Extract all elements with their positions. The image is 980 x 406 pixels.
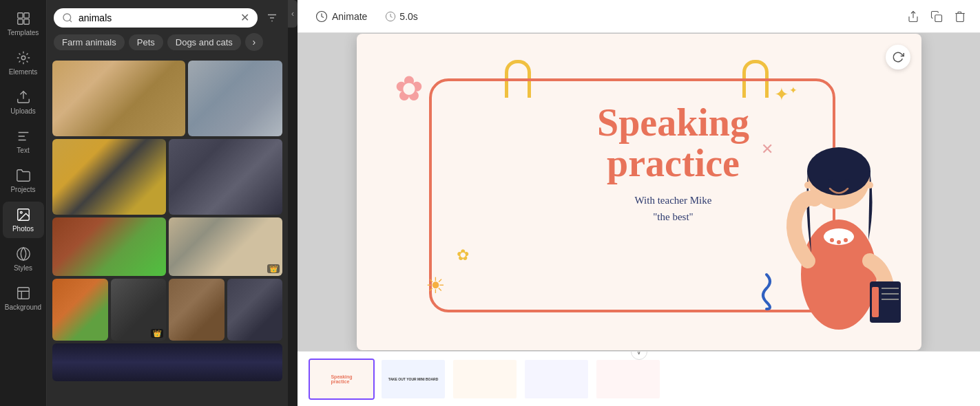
- photo-item-texture1[interactable]: 👑: [111, 279, 167, 341]
- deco-sun: ☀: [426, 273, 446, 299]
- photo-grid: 👑 👑: [47, 58, 288, 406]
- photo-item-leopard[interactable]: [52, 139, 166, 215]
- slide-canvas[interactable]: ✿ ✦✦ ✕ Speaking practice With teacher Mi…: [357, 34, 921, 350]
- filmstrip-slide-5-inner: [596, 360, 660, 398]
- pill-more-button[interactable]: ›: [245, 33, 263, 51]
- slide-subtitle: With teacher Mike "the best": [635, 192, 712, 225]
- sidebar-item-styles[interactable]: Styles: [3, 241, 44, 277]
- svg-point-22: [830, 238, 834, 242]
- photo-item-elephants[interactable]: [188, 61, 283, 136]
- deco-clover: ✿: [457, 246, 469, 264]
- filmstrip-slide-1-inner: Speakingpractice: [310, 360, 373, 398]
- svg-point-7: [20, 211, 22, 213]
- svg-rect-9: [17, 288, 29, 299]
- svg-point-4: [21, 56, 25, 60]
- sidebar-item-text[interactable]: Text: [3, 123, 44, 160]
- refresh-button[interactable]: [886, 45, 910, 70]
- photo-item-fox[interactable]: [52, 217, 166, 276]
- toolbar-right: [904, 8, 969, 25]
- canvas-area: Animate 5.0s ✿: [298, 0, 980, 406]
- share-icon: [907, 10, 919, 23]
- photo-row-3: 👑: [52, 217, 282, 276]
- svg-point-10: [63, 14, 71, 21]
- filter-button[interactable]: [263, 9, 281, 27]
- deco-flower: ✿: [395, 72, 424, 106]
- filmstrip: ∨ Speakingpractice TAKE OUT YOUR MINI BO…: [298, 351, 980, 406]
- sidebar-item-templates[interactable]: Templates: [3, 6, 44, 42]
- pill-dogs-cats[interactable]: Dogs and cats: [167, 34, 241, 50]
- search-panel: ✕ Farm animals Pets Dogs and cats › 👑: [47, 0, 288, 406]
- svg-point-31: [844, 179, 850, 184]
- clock-icon: [385, 11, 396, 22]
- filmstrip-slide-3[interactable]: [452, 359, 518, 400]
- svg-point-34: [791, 199, 805, 213]
- sidebar-item-projects[interactable]: Projects: [3, 162, 44, 199]
- duplicate-button[interactable]: [928, 8, 946, 25]
- sidebar-item-photos[interactable]: Photos: [3, 202, 44, 238]
- sidebar-item-elements[interactable]: Elements: [3, 45, 44, 81]
- canvas-viewport: ✿ ✦✦ ✕ Speaking practice With teacher Mi…: [298, 33, 980, 351]
- animate-icon: [315, 10, 328, 23]
- search-bar-container: ✕: [47, 0, 288, 33]
- search-input[interactable]: [79, 12, 235, 23]
- filter-pills: Farm animals Pets Dogs and cats ›: [47, 33, 288, 58]
- sidebar-item-background[interactable]: Background: [3, 280, 44, 317]
- svg-point-33: [866, 182, 873, 189]
- photo-item-zebra[interactable]: 👑: [169, 217, 282, 276]
- svg-rect-3: [23, 19, 28, 24]
- animate-label: Animate: [332, 11, 367, 22]
- photo-row-1: [52, 61, 282, 136]
- clear-search-button[interactable]: ✕: [240, 12, 249, 23]
- slide-title-line1: Speaking: [597, 103, 749, 143]
- share-button[interactable]: [904, 8, 922, 25]
- toolbar-left: Animate 5.0s: [309, 8, 893, 25]
- photo-row-5: [52, 343, 282, 381]
- duplicate-icon: [930, 10, 943, 23]
- photo-row-2: [52, 139, 282, 215]
- filmstrip-slide-4[interactable]: [523, 359, 590, 400]
- trash-icon: [954, 10, 966, 23]
- duration-button[interactable]: 5.0s: [378, 8, 424, 25]
- crown-badge-2: 👑: [151, 329, 163, 338]
- sidebar-item-uploads[interactable]: Uploads: [3, 84, 44, 120]
- panel-collapse-button[interactable]: ‹: [288, 0, 298, 28]
- photo-item-dark[interactable]: [52, 343, 282, 381]
- duration-label: 5.0s: [399, 11, 417, 22]
- search-icon: [62, 12, 73, 23]
- svg-point-8: [17, 248, 29, 260]
- subtitle-line2: "the best": [653, 211, 693, 222]
- svg-rect-26: [872, 287, 879, 317]
- svg-rect-17: [935, 14, 942, 21]
- svg-point-30: [828, 179, 833, 184]
- filmstrip-slide-4-inner: [525, 360, 588, 398]
- photo-item-giraffes[interactable]: [52, 61, 185, 136]
- filmstrip-slide-1[interactable]: Speakingpractice: [309, 359, 375, 400]
- photo-item-texture3[interactable]: [227, 279, 283, 341]
- animate-button[interactable]: Animate: [309, 8, 374, 25]
- teacher-figure: [773, 75, 904, 350]
- crown-badge: 👑: [267, 264, 280, 273]
- sidebar: Templates Elements Uploads Text Projects…: [0, 0, 47, 406]
- delete-button[interactable]: [951, 8, 969, 25]
- top-toolbar: Animate 5.0s: [298, 0, 980, 33]
- subtitle-line1: With teacher Mike: [635, 195, 712, 206]
- photo-row-4: 👑: [52, 279, 282, 341]
- svg-rect-0: [17, 13, 22, 18]
- pill-pets[interactable]: Pets: [129, 34, 163, 50]
- svg-point-23: [837, 240, 841, 244]
- filmstrip-slide-2-inner: TAKE OUT YOUR MINI BOARD: [382, 360, 445, 398]
- slide-title-line2: practice: [607, 143, 740, 184]
- filmstrip-slide-2[interactable]: TAKE OUT YOUR MINI BOARD: [380, 359, 446, 400]
- svg-rect-2: [17, 19, 22, 24]
- svg-rect-1: [23, 13, 28, 18]
- svg-point-32: [804, 182, 811, 189]
- photo-item-squirrel[interactable]: [52, 279, 108, 341]
- filter-icon: [266, 12, 278, 24]
- pill-farm-animals[interactable]: Farm animals: [54, 34, 125, 50]
- svg-point-20: [807, 147, 870, 195]
- photo-item-texture2[interactable]: [169, 279, 225, 341]
- search-bar: ✕: [54, 8, 258, 28]
- photo-item-owl[interactable]: [169, 139, 282, 215]
- filmstrip-slide-5[interactable]: [595, 359, 661, 400]
- filmstrip-slide-3-inner: [453, 360, 517, 398]
